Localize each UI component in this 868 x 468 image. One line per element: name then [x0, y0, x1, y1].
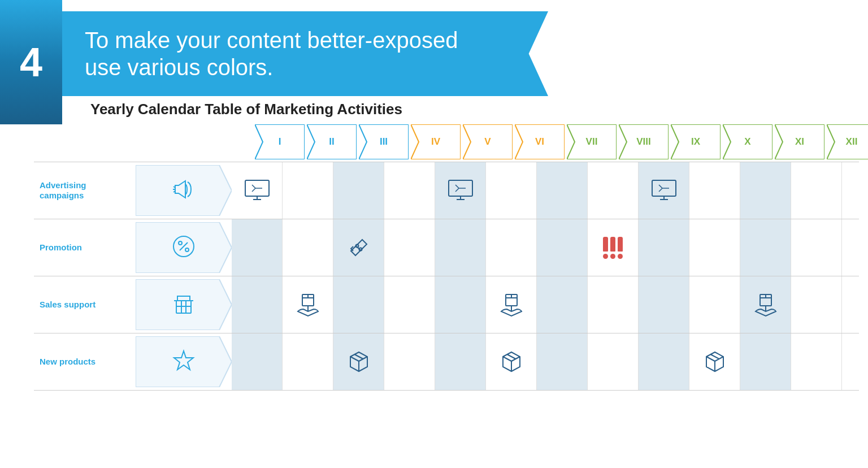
cell-r3-c11 — [791, 333, 842, 390]
cell-r1-c6 — [537, 219, 588, 276]
slide-number: 4 — [20, 42, 42, 83]
months-header: I II III IV V VI VII VIII — [254, 124, 859, 159]
svg-line-48 — [350, 357, 359, 361]
cell-r2-c8 — [639, 276, 689, 333]
month-flag-IV: IV — [410, 124, 461, 159]
cell-r3-c0 — [232, 333, 283, 390]
cell-r2-c7 — [588, 276, 639, 333]
cell-r0-c7 — [588, 162, 639, 219]
cell-r2-c1 — [283, 276, 333, 333]
month-flag-XI: XI — [774, 124, 825, 159]
row-icon-box-2 — [136, 279, 232, 330]
cell-r1-c4 — [435, 219, 486, 276]
svg-point-27 — [355, 245, 358, 248]
data-table: Advertising campaigns Promotion — [34, 162, 859, 391]
cell-r1-c9 — [689, 219, 740, 276]
table-row-3: New products — [34, 333, 859, 391]
cell-r0-c6 — [537, 162, 588, 219]
cell-r2-c10 — [740, 276, 791, 333]
cell-r3-c10 — [740, 333, 791, 390]
cell-r0-c3 — [384, 162, 435, 219]
cell-r2-c11 — [791, 276, 842, 333]
table-row-1: Promotion — [34, 219, 859, 276]
month-flag-IX: IX — [670, 124, 721, 159]
row-icon-box-3 — [136, 336, 232, 387]
month-flag-II: II — [306, 124, 357, 159]
cell-r2-c9 — [689, 276, 740, 333]
svg-line-26 — [180, 242, 188, 250]
cell-r3-c5 — [486, 333, 537, 390]
cell-r1-c0 — [232, 219, 283, 276]
row-icon-box-1 — [136, 222, 232, 273]
cell-r3-c7 — [588, 333, 639, 390]
cell-r3-c4 — [435, 333, 486, 390]
cell-r2-c2 — [333, 276, 384, 333]
cell-r0-c11 — [791, 162, 842, 219]
month-flag-XII: XII — [826, 124, 868, 159]
cell-r0-c4 — [435, 162, 486, 219]
cell-r3-c2 — [333, 333, 384, 390]
cell-r3-c8 — [639, 333, 689, 390]
svg-point-28 — [359, 248, 362, 251]
cell-r1-c11 — [791, 219, 842, 276]
svg-point-25 — [185, 248, 189, 252]
cell-r1-c10 — [740, 219, 791, 276]
cell-r2-c3 — [384, 276, 435, 333]
cell-r1-c8 — [639, 219, 689, 276]
row-label: Promotion — [40, 242, 82, 252]
page-title: Yearly Calendar Table of Marketing Activ… — [90, 101, 402, 118]
table-row-0: Advertising campaigns — [34, 162, 859, 219]
cell-r0-c9 — [689, 162, 740, 219]
cell-r3-c6 — [537, 333, 588, 390]
row-label: New products — [40, 357, 96, 366]
svg-marker-47 — [174, 351, 193, 370]
month-flag-V: V — [462, 124, 513, 159]
cell-r0-c2 — [333, 162, 384, 219]
month-flag-VI: VI — [514, 124, 565, 159]
svg-line-54 — [706, 357, 715, 361]
cell-r2-c5 — [486, 276, 537, 333]
cell-r0-c8 — [639, 162, 689, 219]
svg-line-51 — [503, 357, 511, 361]
cell-r1-c5 — [486, 219, 537, 276]
cell-r2-c6 — [537, 276, 588, 333]
cell-r0-c5 — [486, 162, 537, 219]
cell-r1-c3 — [384, 219, 435, 276]
cell-r1-c1 — [283, 219, 333, 276]
cell-r3-c3 — [384, 333, 435, 390]
month-flag-X: X — [722, 124, 773, 159]
table-row-2: Sales support — [34, 276, 859, 333]
cell-r3-c1 — [283, 333, 333, 390]
row-label: Advertising campaigns — [40, 180, 86, 200]
cell-r1-c7 — [588, 219, 639, 276]
cell-r2-c4 — [435, 276, 486, 333]
number-badge: 4 — [0, 0, 62, 124]
row-label: Sales support — [40, 300, 96, 309]
month-flag-III: III — [358, 124, 409, 159]
banner-text: To make your content better-exposed use … — [85, 27, 458, 81]
header-banner: To make your content better-exposed use … — [62, 11, 548, 96]
cell-r0-c10 — [740, 162, 791, 219]
cell-r2-c0 — [232, 276, 283, 333]
cell-r3-c9 — [689, 333, 740, 390]
cell-r0-c0 — [232, 162, 283, 219]
month-flag-I: I — [254, 124, 305, 159]
cell-r1-c2 — [333, 219, 384, 276]
row-icon-box-0 — [136, 165, 232, 216]
marketing-table: I II III IV V VI VII VIII — [34, 124, 859, 391]
month-flag-VIII: VIII — [618, 124, 669, 159]
svg-point-24 — [179, 241, 182, 245]
cell-r0-c1 — [283, 162, 333, 219]
month-flag-VII: VII — [566, 124, 617, 159]
